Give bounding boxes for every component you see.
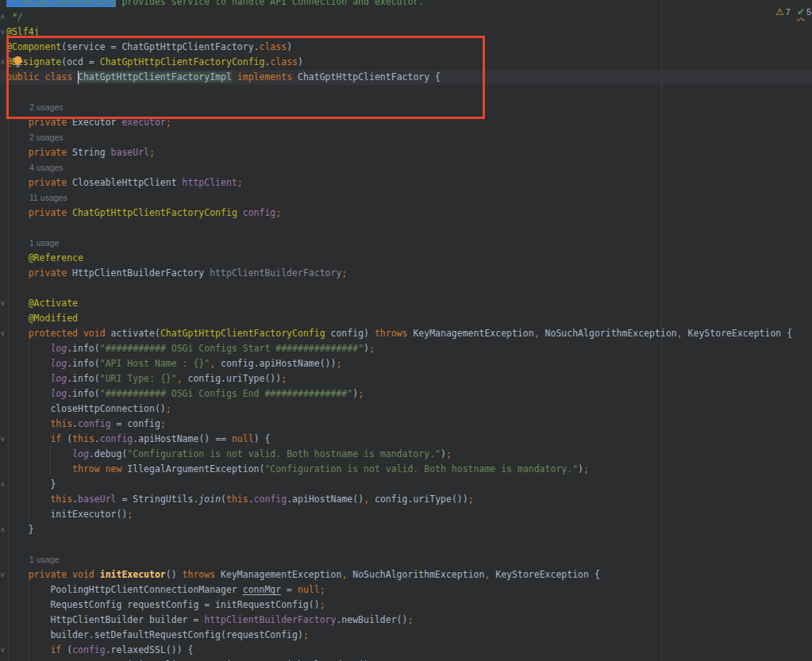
code-line[interactable]: connMgr = initPoolingConnectionManagerWi… — [6, 658, 375, 661]
fold-chevron-icon[interactable]: ∧ — [0, 525, 6, 534]
code-line[interactable]: initExecutor(); — [6, 507, 133, 522]
fold-chevron-icon[interactable]: ∨ — [0, 298, 6, 308]
code-line[interactable]: RequestConfig requestConfig = initReques… — [6, 598, 325, 613]
intention-lightbulb-icon[interactable] — [13, 56, 23, 68]
usage-inlay-hint[interactable]: 2 usages — [29, 100, 63, 115]
fold-chevron-icon[interactable]: ∧ — [0, 57, 6, 67]
code-line[interactable]: this.config = config; — [6, 417, 166, 432]
code-line[interactable]: log.info("URI Type: {}", config.uriType(… — [6, 371, 287, 386]
text-caret — [78, 71, 79, 84]
fold-chevron-icon[interactable]: ∨ — [0, 645, 6, 655]
code-line[interactable]: builder.setDefaultRequestConfig(requestC… — [6, 628, 309, 643]
code-line[interactable]: private ChatGptHttpClientFactoryConfig c… — [6, 206, 281, 221]
code-line[interactable]: * HttpClientFactory provides service to … — [6, 0, 424, 10]
code-line[interactable]: @Reference — [6, 251, 83, 266]
code-line[interactable]: @Slf4j — [6, 25, 40, 40]
fold-chevron-icon[interactable]: ∨ — [0, 570, 6, 579]
passed-count: 5 — [806, 7, 811, 17]
code-line[interactable]: private HttpClientBuilderFactory httpCli… — [6, 266, 347, 281]
usage-inlay-hint[interactable]: 11 usages — [29, 190, 67, 206]
code-line[interactable]: log.info("API Host Name : {}", config.ap… — [6, 356, 341, 371]
usage-inlay-hint[interactable]: 2 usages — [29, 130, 63, 145]
warning-icon: ⚠ — [775, 6, 784, 17]
code-line[interactable]: public class ChatGptHttpClientFactoryImp… — [6, 70, 441, 85]
fold-chevron-icon[interactable]: ∨ — [0, 27, 6, 37]
warning-count: 7 — [786, 7, 791, 17]
code-line[interactable]: } — [6, 477, 56, 492]
code-line[interactable]: this.baseUrl = StringUtils.join(this.con… — [6, 492, 474, 507]
code-line[interactable]: private void initExecutor() throws KeyMa… — [6, 567, 600, 582]
code-line[interactable]: private Executor executor; — [6, 115, 171, 130]
code-line[interactable]: log.info("########### OSGi Configs Start… — [6, 341, 375, 356]
code-line[interactable]: if (this.config.apiHostName() == null) { — [6, 432, 270, 447]
code-line[interactable]: protected void activate(ChatGptHttpClien… — [6, 326, 792, 341]
code-line[interactable]: @Designate(ocd = ChatGptHttpClientFactor… — [6, 55, 303, 70]
code-line[interactable]: @Activate — [6, 296, 78, 311]
fold-chevron-icon[interactable]: ∨ — [0, 329, 6, 338]
code-line[interactable]: throw new IllegalArgumentException("Conf… — [6, 462, 589, 477]
code-line[interactable]: @Modified — [6, 311, 78, 326]
usage-inlay-hint[interactable]: 1 usage — [29, 552, 59, 567]
code-line[interactable]: HttpClientBuilder builder = httpClientBu… — [6, 613, 413, 628]
code-line[interactable]: private CloseableHttpClient httpClient; — [6, 175, 243, 190]
code-line[interactable]: */ — [6, 10, 23, 25]
code-line[interactable]: closeHttpConnection(); — [6, 402, 171, 417]
code-line[interactable]: private String baseUrl; — [6, 145, 155, 160]
code-editor[interactable]: * HttpClientFactory provides service to … — [0, 0, 812, 661]
code-line[interactable]: } — [6, 522, 34, 537]
inspections-widget[interactable]: ⚠7✔5 — [775, 6, 811, 17]
fold-chevron-icon[interactable]: ∧ — [0, 12, 6, 21]
fold-chevron-icon[interactable]: ∨ — [0, 434, 6, 444]
code-line[interactable]: log.info("########### OSGi Configs End #… — [6, 386, 364, 402]
code-line[interactable]: log.debug("Configuration is not valid. B… — [6, 447, 452, 462]
usage-inlay-hint[interactable]: 4 usages — [29, 160, 63, 175]
fold-chevron-icon[interactable]: ∧ — [0, 479, 6, 489]
check-icon: ✔ — [797, 6, 805, 17]
code-line[interactable]: if (config.relaxedSSL()) { — [6, 643, 193, 658]
usage-inlay-hint[interactable]: 1 usage — [29, 236, 59, 251]
code-line[interactable]: @Component(service = ChatGptHttpClientFa… — [6, 40, 292, 55]
code-line[interactable]: PoolingHttpClientConnectionManager connM… — [6, 582, 325, 598]
